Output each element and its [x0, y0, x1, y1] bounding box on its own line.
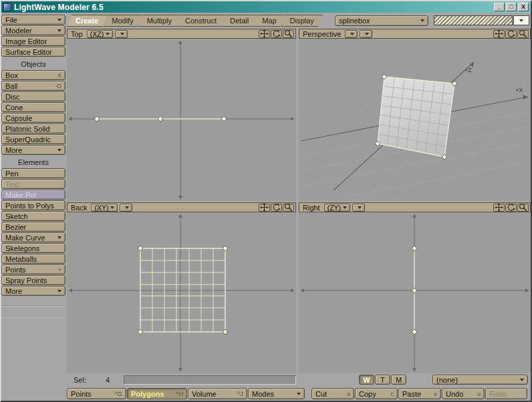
viewport-top-axes-dropdown[interactable]: (XZ) — [87, 30, 113, 38]
axis-label-z: +Z — [464, 67, 472, 73]
shortcut-label: ^G — [112, 390, 122, 397]
volume-mode-button[interactable]: Volume ^J — [188, 388, 247, 399]
spray-points-button[interactable]: Spray Points — [1, 275, 65, 285]
chevron-down-icon — [297, 393, 301, 395]
bezier-button[interactable]: Bezier — [1, 222, 65, 232]
close-button[interactable]: X — [518, 3, 529, 11]
object-geometry — [375, 74, 457, 160]
chevron-down-icon — [519, 19, 523, 22]
surface-pattern-swatch[interactable] — [434, 15, 513, 25]
copy-button[interactable]: Copy c — [355, 388, 398, 399]
tab-display[interactable]: Display — [281, 15, 323, 27]
chevron-down-icon — [57, 290, 61, 292]
elements-more-button[interactable]: More — [1, 286, 65, 296]
viewport-perspective-style-dropdown[interactable] — [360, 30, 372, 38]
viewport-right-canvas[interactable] — [299, 212, 531, 373]
rotate-icon[interactable] — [505, 204, 517, 212]
modeler-menu-button[interactable]: Modeler — [1, 25, 65, 35]
pan-icon[interactable] — [493, 30, 505, 38]
viewport-perspective-view-dropdown[interactable] — [345, 30, 358, 38]
file-menu-button[interactable]: File — [1, 15, 65, 25]
viewport-back-style-dropdown[interactable] — [120, 204, 132, 212]
vmap-texture-button[interactable]: T — [375, 375, 390, 385]
chevron-down-icon — [106, 33, 110, 35]
skelegons-button[interactable]: Skelegons — [1, 243, 65, 253]
cut-button[interactable]: Cut x — [311, 388, 354, 399]
modes-dropdown[interactable]: Modes — [248, 388, 305, 399]
text-button[interactable]: Text — [1, 179, 65, 189]
viewport-right-style-dropdown[interactable] — [352, 204, 365, 212]
make-curve-button[interactable]: Make Curve — [1, 232, 65, 242]
box-button[interactable]: Box X — [1, 70, 65, 80]
make-pol-button[interactable]: Make Pol — [1, 190, 65, 200]
disc-button[interactable]: Disc — [1, 91, 65, 102]
shortcut-label: x — [345, 390, 350, 397]
paste-button[interactable]: Paste v — [398, 388, 441, 399]
tab-create[interactable]: Create — [67, 15, 107, 27]
ball-button[interactable]: Ball O — [1, 81, 65, 91]
rotate-icon[interactable] — [271, 204, 282, 212]
image-editor-button[interactable]: Image Editor — [1, 36, 65, 46]
pan-icon[interactable] — [493, 204, 505, 212]
viewport-back-canvas[interactable] — [67, 212, 296, 373]
viewport-name-label: Right — [301, 204, 322, 212]
tab-modify[interactable]: Modify — [103, 15, 142, 27]
viewport-top-style-dropdown[interactable] — [115, 30, 128, 38]
superquadric-button[interactable]: SuperQuadric — [1, 134, 65, 144]
pan-icon[interactable] — [259, 30, 270, 38]
metaballs-button[interactable]: Metaballs — [1, 254, 65, 264]
shortcut-label: c — [388, 390, 394, 397]
minimize-button[interactable]: _ — [494, 3, 505, 11]
chevron-down-icon — [343, 206, 347, 209]
preset-dropdown[interactable]: splinebox — [335, 15, 428, 26]
viewport-back-axes-dropdown[interactable]: (XY) — [91, 204, 118, 212]
chevron-down-icon — [520, 379, 524, 381]
chevron-down-icon — [125, 206, 129, 209]
pen-button[interactable]: Pen — [1, 168, 65, 178]
app-icon — [3, 3, 11, 11]
chevron-down-icon — [57, 29, 61, 32]
points-button[interactable]: Points + — [1, 264, 65, 274]
tab-map[interactable]: Map — [253, 15, 285, 27]
points-mode-button[interactable]: Points ^G — [67, 388, 126, 399]
viewport-right-tools — [493, 204, 529, 212]
zoom-icon[interactable] — [283, 30, 294, 38]
viewport-top: Top (XZ) — [67, 29, 296, 201]
capsule-button[interactable]: Capsule — [1, 113, 65, 123]
viewport-right-axes-dropdown[interactable]: (ZY) — [324, 204, 350, 212]
platonic-solid-button[interactable]: Platonic Solid — [1, 124, 65, 134]
titlebar[interactable]: LightWave Modeler 6.5 _ □ X — [1, 1, 531, 13]
viewport-perspective-header: Perspective — [299, 29, 531, 39]
vmap-weight-button[interactable]: W — [359, 375, 374, 385]
rotate-icon[interactable] — [505, 30, 517, 38]
viewport-back-tools — [259, 204, 294, 212]
color-preset-dropdown[interactable] — [513, 15, 529, 25]
viewport-top-canvas[interactable] — [67, 39, 296, 201]
zoom-icon[interactable] — [517, 30, 529, 38]
polygons-mode-button[interactable]: Polygons ^H — [127, 388, 187, 399]
objects-more-button[interactable]: More — [1, 145, 65, 155]
tab-construct[interactable]: Construct — [176, 15, 225, 27]
surface-editor-button[interactable]: Surface Editor — [1, 47, 65, 57]
tab-multiply[interactable]: Multiply — [138, 15, 180, 27]
viewport-top-drawing — [67, 39, 296, 201]
tab-detail[interactable]: Detail — [221, 15, 257, 27]
redo-button[interactable]: Redo — [485, 388, 527, 399]
pan-icon[interactable] — [259, 204, 270, 212]
rotate-icon[interactable] — [271, 30, 282, 38]
maximize-button[interactable]: □ — [506, 3, 517, 11]
cone-button[interactable]: Cone — [1, 102, 65, 112]
chevron-down-icon — [57, 19, 61, 21]
shortcut-label: O — [55, 82, 61, 89]
viewport-perspective-canvas[interactable]: +Z +X — [299, 39, 531, 201]
points-to-polys-button[interactable]: Points to Polys — [1, 200, 65, 210]
sidebar: File Modeler Image Editor Surface Editor… — [0, 13, 67, 402]
undo-button[interactable]: Undo u — [442, 388, 485, 399]
zoom-icon[interactable] — [283, 204, 294, 212]
sketch-button[interactable]: Sketch — [1, 211, 65, 221]
zoom-icon[interactable] — [517, 204, 529, 212]
axes — [71, 216, 292, 369]
vertex-map-dropdown[interactable]: (none) — [432, 375, 528, 385]
vmap-morph-button[interactable]: M — [391, 375, 406, 385]
info-readout-field — [124, 375, 296, 385]
